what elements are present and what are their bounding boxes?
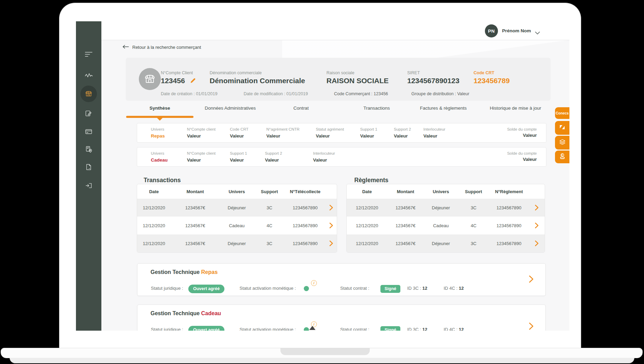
zendesk-icon — [559, 124, 566, 132]
coins-button[interactable] — [555, 151, 569, 163]
chevron-right-icon[interactable] — [329, 222, 333, 229]
trade-name-value: Dénomination Commerciale — [210, 77, 305, 85]
account-number-value: 123456 — [161, 77, 185, 85]
zendesk-button[interactable] — [555, 121, 569, 135]
cell-univers: Cadeau — [424, 223, 458, 228]
field-value: Valeur — [265, 157, 279, 163]
tab-synthese[interactable]: Synthèse — [149, 106, 170, 111]
back-link[interactable]: Retour à la recherche commerçant — [122, 45, 201, 50]
field-value: Valeur — [230, 133, 244, 139]
field-label: Support 2 — [394, 127, 411, 131]
cell-ref: 1234567890 — [285, 241, 325, 246]
solde-value: Valeur — [507, 157, 537, 162]
chevron-right-icon[interactable] — [529, 322, 534, 331]
chevron-right-icon[interactable] — [535, 240, 539, 246]
column-header: Montant — [171, 189, 220, 194]
statut-contrat-label: Statut contrat : — [340, 325, 369, 331]
logout-icon[interactable] — [85, 182, 92, 189]
cell-montant: 1234567€ — [387, 205, 424, 210]
document-icon[interactable] — [85, 163, 92, 171]
table-row[interactable]: 12/12/2020 1234567€ Cadeau 4C 1234567890 — [347, 217, 545, 234]
field-label: N°Compte client — [187, 151, 215, 155]
cell-support: 4C — [254, 223, 285, 228]
tab-transactions[interactable]: Transactions — [364, 106, 390, 111]
store-icon[interactable] — [85, 90, 92, 98]
statut-contrat-badge: Signé — [380, 285, 400, 293]
layers-icon — [559, 139, 566, 147]
contract-edit-icon[interactable] — [85, 110, 92, 117]
cell-univers: Déjeuner — [424, 241, 458, 246]
cell-ref: 1234567890 — [489, 241, 529, 246]
id-4c: ID 4C : 12 — [444, 284, 464, 293]
store-avatar-icon — [139, 68, 161, 90]
table-row[interactable]: 12/12/2020 1234567€ Cadeau 4C 1234567890 — [137, 217, 337, 234]
field-value: Valeur — [360, 133, 374, 139]
back-link-label: Retour à la recherche commerçant — [132, 45, 201, 50]
field-label: N°agrément CNTR — [266, 127, 300, 131]
field-value: Valeur — [266, 133, 280, 139]
cell-montant: 1234567€ — [171, 241, 220, 246]
field-label: Interlocuteur — [313, 151, 335, 155]
tab-contrat[interactable]: Contrat — [293, 106, 309, 111]
credit-card-icon[interactable] — [85, 128, 92, 135]
tab-donnees-administratives[interactable]: Données Administratives — [205, 106, 256, 111]
tab-historique[interactable]: Historique de mise à jour — [490, 106, 541, 111]
field-label: Code CRT — [230, 127, 248, 131]
chevron-right-icon[interactable] — [329, 240, 333, 246]
cell-support: 3C — [254, 205, 285, 210]
statut-juridique-label: Statut juridique : — [151, 284, 183, 293]
laptop-base-notch — [280, 348, 370, 355]
coins-icon — [559, 153, 566, 161]
table-row[interactable]: 12/12/2020 1234567€ Déjeuner 3C 12345678… — [137, 199, 337, 217]
gestion-technique-cadeau-card: Gestion Technique Cadeau Statut juridiqu… — [137, 305, 546, 331]
terminal-location-icon[interactable] — [85, 145, 92, 153]
tooltip-pointer — [309, 326, 315, 330]
field-value: Valeur — [313, 157, 327, 163]
chevron-right-icon[interactable] — [535, 205, 539, 211]
solde-label: Solde du compte — [507, 151, 537, 155]
column-header: Montant — [387, 189, 424, 194]
reglements-table: Date Montant Univers Support N°Règlement… — [346, 184, 545, 253]
field-label: Interlocuteur — [423, 127, 445, 131]
table-row[interactable]: 12/12/2020 1234567€ Déjeuner 3C 12345678… — [137, 234, 337, 252]
summary-row-cadeau[interactable]: UniversCadeau N°Compte clientValeur Supp… — [137, 147, 546, 167]
user-avatar[interactable]: PN — [485, 24, 498, 37]
edit-pencil-icon[interactable] — [190, 77, 196, 85]
table-row[interactable]: 12/12/2020 1234567€ Déjeuner 3C 12345678… — [347, 199, 545, 217]
solde-label: Solde du compte — [507, 127, 537, 131]
univers-value: Repas — [151, 133, 165, 139]
chevron-down-icon[interactable] — [535, 30, 540, 36]
activity-icon[interactable] — [85, 73, 92, 80]
summary-row-repas[interactable]: UniversRepas N°Compte clientValeur Code … — [137, 123, 546, 143]
cell-date: 12/12/2020 — [137, 205, 171, 210]
conecs-button[interactable]: Conecs — [555, 107, 569, 119]
chevron-right-icon[interactable] — [329, 205, 333, 211]
merchant-card: N°Compte Client 123456 Dénomination comm… — [126, 58, 551, 101]
gestion-technique-repas-card: Gestion Technique Repas Statut juridique… — [137, 263, 546, 296]
topbar: PN Prénom Nom — [101, 21, 569, 40]
solde-value: Valeur — [507, 133, 537, 138]
cell-univers: Déjeuner — [220, 205, 254, 210]
field-value: Valeur — [187, 157, 201, 163]
conecs-button-label: Conecs — [556, 111, 569, 115]
menu-icon[interactable] — [85, 51, 92, 59]
info-icon[interactable]: i — [311, 280, 317, 286]
table-row[interactable]: 12/12/2020 1234567€ Déjeuner 3C 12345678… — [347, 234, 545, 252]
tab-factures-reglements[interactable]: Factures & règlements — [420, 106, 467, 111]
layers-button[interactable] — [555, 136, 569, 150]
reglements-title: Règlements — [354, 177, 388, 184]
statut-contrat-label: Statut contrat : — [340, 284, 369, 293]
gestion-title: Gestion Technique — [151, 269, 200, 275]
id-4c: ID 4C : 12 — [444, 325, 464, 331]
cell-support: 3C — [254, 241, 285, 246]
merchant-code: Code Commerçant : 123456 — [334, 91, 388, 96]
field-value: Valeur — [423, 133, 437, 139]
monetique-status-dot — [304, 286, 309, 291]
cell-montant: 1234567€ — [387, 241, 424, 246]
chevron-right-icon[interactable] — [529, 275, 534, 284]
column-header: Date — [137, 189, 171, 194]
statut-juridique-label: Statut juridique : — [151, 325, 183, 331]
trade-name-label: Dénomination commerciale — [210, 70, 262, 75]
statut-monetique-label: Statut activation monétique : — [240, 325, 296, 331]
chevron-right-icon[interactable] — [535, 222, 539, 229]
